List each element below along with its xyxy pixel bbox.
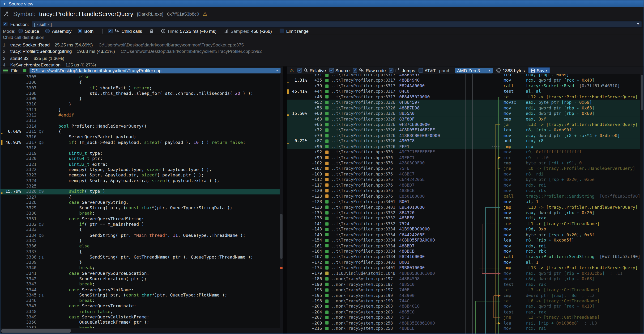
asm-row[interactable]: +120..t\TracyProfiler.hpp:676488BCBmovrc…: [287, 188, 640, 193]
file-combo[interactable]: C:\Users\wolf\Desktop\darkrl\contrib\tra…: [30, 67, 280, 73]
source-line[interactable]: 3340 break;: [0, 265, 280, 271]
asm-row[interactable]: +39..t\TracyProfiler.cpp:3317E824AA0000c…: [287, 83, 640, 89]
asm-row[interactable]: +172..t\TracyProfiler.cpp:3401B001moval,…: [287, 260, 640, 265]
asm-row[interactable]: +141..t\TracyProfiler.cpp:33327524jne.L1…: [287, 221, 640, 226]
uarch-combo[interactable]: AMD Zen 3 ▼: [455, 67, 493, 73]
asm-row[interactable]: 45.41%+44..t\TracyProfiler.cpp:331784C0t…: [287, 89, 640, 94]
asm-row[interactable]: +164..t\TracyProfiler.cpp:3334488BCBmovr…: [287, 249, 640, 254]
child-call-entry[interactable]: 1.tracy::Socket::Read25.25 ms (54.89%)C:…: [3, 41, 644, 48]
source-line[interactable]: 3325: [0, 183, 280, 189]
source-line[interactable]: 3313: [0, 118, 280, 123]
source-line[interactable]: 3309 }: [0, 96, 280, 101]
source-line[interactable]: 3327 {: [0, 194, 280, 200]
scrollbar-thumb[interactable]: [1, 329, 71, 333]
limit-range-toggle[interactable]: Limit range: [280, 28, 308, 33]
source-line[interactable]: 3346 break;: [0, 298, 280, 303]
child-call-entry[interactable]: 2.tracy::Profiler::SendLongString19.88 m…: [3, 48, 644, 55]
source-v-scrollbar[interactable]: [280, 74, 283, 328]
asm-row[interactable]: +174..t\TracyProfiler.cpp:3401E9B8010000…: [287, 265, 640, 271]
att-toggle[interactable]: AT&T: [418, 68, 436, 73]
source-line[interactable]: 3316 ServerQueryPacket payload;: [0, 134, 280, 140]
asm-row[interactable]: +92..t\TracyProfiler.hpp:67649C7C1FFFFFF…: [287, 149, 640, 155]
source-line[interactable]: 3336 else: [0, 243, 280, 249]
asm-row[interactable]: +46..t\TracyProfiler.cpp:33170F843502000…: [287, 94, 640, 100]
source-line[interactable]: 3320 uint64_t ptr;: [0, 156, 280, 162]
asm-row[interactable]: +128..t\TracyProfiler.cpp:3401B001moval,…: [287, 199, 640, 204]
source-line[interactable]: 3312 #endif: [0, 113, 280, 118]
child-call-entry[interactable]: 3.stat64i32625 μs (1.36%): [3, 55, 644, 62]
source-line[interactable]: 3350 QueueCallstackFrame( ptr );: [0, 320, 280, 325]
asm-row[interactable]: +112..t\TracyProfiler.hpp:676C64424205Em…: [287, 177, 640, 182]
function-checkbox[interactable]: [3, 22, 7, 26]
source-line[interactable]: 3332@3 if( ptr == m_mainThread ): [0, 221, 280, 227]
asm-row[interactable]: +99..t\TracyProfiler.hpp:67649FFC1incr9 …: [287, 155, 640, 161]
source-line[interactable]: 3330 break;: [0, 211, 280, 216]
assembly-v-scrollbar[interactable]: [640, 74, 644, 334]
raw-code-toggle[interactable]: Raw code: [353, 68, 386, 73]
source-line[interactable]: 3314 bool Profiler::HandleServerQuery(): [0, 123, 280, 129]
asm-row[interactable]: +107..t\TracyProfiler.hpp:67675F6jne.L0 …: [287, 166, 640, 171]
asm-row[interactable]: +143..t\TracyProfiler.cpp:333441B90B0000…: [287, 226, 640, 232]
asm-row[interactable]: +109..t\TracyProfiler.hpp:6764C8BC7movr8…: [287, 171, 640, 177]
save-button[interactable]: Save: [528, 67, 550, 73]
asm-row[interactable]: 15.50%+60..t\TracyProfiler.cpp:33268B55A…: [287, 111, 640, 116]
asm-row[interactable]: +138..t\TracyProfiler.cpp:3332483BF8cmpr…: [287, 216, 640, 221]
source-line[interactable]: 3347 case ServerQueryTerminate:: [0, 303, 280, 309]
asm-row[interactable]: +198..mon\TracySystem.cpp:199744Cje.L6 -…: [287, 298, 640, 304]
asm-row[interactable]: +117..t\TracyProfiler.hpp:676488BD7movrd…: [287, 182, 640, 188]
jumps-toggle[interactable]: Jumps: [389, 68, 415, 73]
asm-row[interactable]: +123..t\TracyProfiler.hpp:676E850160000c…: [287, 193, 640, 199]
file-list-icon[interactable]: [3, 68, 8, 72]
asm-row[interactable]: +56..t\TracyProfiler.cpp:3326488B7D98mov…: [287, 105, 640, 111]
asm-row[interactable]: +63..t\TracyProfiler.cpp:332683F80Fcmpea…: [287, 116, 640, 122]
asm-row[interactable]: +154..t\TracyProfiler.cpp:33344C8D055FBA…: [287, 238, 640, 243]
source-line[interactable]: 15.79%3326@9 switch( type ): [0, 189, 280, 194]
source-line[interactable]: 3319 uint8_t type;: [0, 151, 280, 156]
child-call-entry[interactable]: 4.KeSynchronizeExecution125 μs (0.27%): [3, 62, 644, 66]
source-line[interactable]: 3323 memcpy( &ptr, &payload.ptr, sizeof(…: [0, 172, 280, 178]
source-line[interactable]: 3321 uint32_t extra;: [0, 162, 280, 167]
window-titlebar[interactable]: ▼ Source view: [0, 0, 644, 7]
source-toggle[interactable]: Source: [329, 68, 350, 73]
asm-row[interactable]: +190..mon\TracySystem.cpp:1974885C0testr…: [287, 282, 640, 287]
source-line[interactable]: 3322 memcpy( &type, &payload.type, sizeo…: [0, 167, 280, 172]
mode-radio-assembly[interactable]: Assembly: [45, 28, 72, 33]
source-line[interactable]: 3348 return false;: [0, 309, 280, 314]
asm-row[interactable]: +66..t\TracyProfiler.cpp:33260F87CE06000…: [287, 122, 640, 127]
asm-row[interactable]: +31..t\TracyProfiler.cpp:3317488B5597lea…: [287, 74, 640, 78]
source-line[interactable]: 3334@6 SendString( ptr, "Main thread", 1…: [0, 232, 280, 238]
source-line[interactable]: 3345@1 SendString( ptr, (const char*)ptr…: [0, 293, 280, 298]
asm-row[interactable]: +216..mon\TracySystem.cpp:258488BCEmovrc…: [287, 326, 640, 331]
source-line[interactable]: 3305 else: [0, 74, 280, 80]
child-calls-toggle[interactable]: Child calls: [108, 28, 142, 33]
source-line[interactable]: 3337 {: [0, 249, 280, 254]
asm-row[interactable]: +193..mon\TracySystem.cpp:197740Eje.L3 -…: [287, 287, 640, 293]
source-line[interactable]: 3329 SendString( ptr, (const char*)ptr, …: [0, 205, 280, 211]
asm-row[interactable]: +200..mon\TracySystem.cpp:203488B4010mov…: [287, 304, 640, 309]
asm-row[interactable]: +130..t\TracyProfiler.cpp:3401E9E4010000…: [287, 204, 640, 210]
source-line[interactable]: 3331 case ServerQueryThreadString:: [0, 216, 280, 221]
source-line[interactable]: 3310 }: [0, 101, 280, 107]
source-line[interactable]: 3341 case ServerQuerySourceLocation:: [0, 271, 280, 276]
asm-row[interactable]: +195..mon\TracySystem.cpp:199443900cmpdw…: [287, 293, 640, 298]
lock-button[interactable]: [148, 28, 155, 34]
source-line[interactable]: 3349 case ServerQueryCallstackFrame:: [0, 314, 280, 320]
source-line[interactable]: 3351 break;: [0, 325, 280, 328]
source-line[interactable]: 46.93%3317@5 if( !m_sock->Read( &payload…: [0, 140, 280, 145]
source-line[interactable]: 3333 {: [0, 227, 280, 232]
source-line[interactable]: 3339 }: [0, 260, 280, 265]
source-line[interactable]: 0.66%3315@7 {: [0, 129, 280, 134]
asm-row[interactable]: 1.31%+35..t\TracyProfiler.cpp:3317488B49…: [287, 78, 640, 83]
asm-row[interactable]: +186..mon\TracySystem.cpp:197448B4598mov…: [287, 276, 640, 282]
relative-toggle[interactable]: Relative: [297, 68, 326, 73]
asm-row[interactable]: +149..t\TracyProfiler.cpp:3334C64424205F…: [287, 232, 640, 238]
asm-row[interactable]: +204..mon\TracySystem.cpp:2034885C0testr…: [287, 309, 640, 315]
asm-row[interactable]: +72..t\TracyProfiler.cpp:33264C8D05F146F…: [287, 127, 640, 133]
source-line[interactable]: 3318: [0, 145, 280, 151]
source-line[interactable]: 3306 {: [0, 80, 280, 85]
asm-row[interactable]: +90..t\TracyProfiler.cpp:3326FFE1jmprcx: [287, 144, 640, 149]
source-line[interactable]: 3338@1 SendString( ptr, GetThreadName( p…: [0, 254, 280, 260]
asm-row[interactable]: +167..t\TracyProfiler.cpp:3334E824160000…: [287, 254, 640, 259]
asm-row[interactable]: +161..t\TracyProfiler.cpp:3334488BD7movr…: [287, 243, 640, 249]
mode-radio-source[interactable]: Source: [18, 28, 39, 33]
